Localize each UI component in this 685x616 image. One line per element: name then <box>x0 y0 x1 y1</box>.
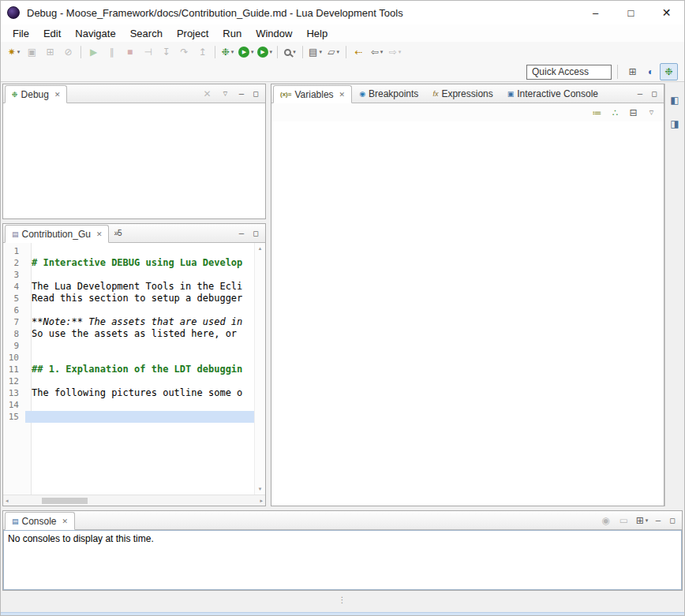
maximize-icon[interactable]: ◻ <box>249 225 263 242</box>
display-selected-console-icon[interactable]: ▭ <box>615 512 633 529</box>
tab-breakpoints[interactable]: ◉ Breakpoints <box>352 84 425 103</box>
lua-perspective-icon[interactable]: ◐ <box>642 63 660 80</box>
view-menu-icon[interactable]: ▽ <box>216 85 234 103</box>
show-logical-structures-icon[interactable]: ∴ <box>606 104 624 121</box>
step-into-icon[interactable]: ↧ <box>157 43 175 61</box>
debug-perspective-icon[interactable]: ❉ <box>660 63 678 80</box>
line-number[interactable]: 3 <box>3 270 25 280</box>
minimize-icon[interactable]: ─ <box>234 225 249 242</box>
scroll-right-icon[interactable]: ▸ <box>260 498 263 504</box>
maximize-icon[interactable]: ◻ <box>665 512 679 529</box>
menu-help[interactable]: Help <box>299 26 335 41</box>
code-text[interactable] <box>25 340 254 352</box>
tab-interactive-console[interactable]: ▣ Interactive Console <box>500 84 605 103</box>
step-return-icon[interactable]: ↥ <box>193 43 211 61</box>
tab-contribution-guide[interactable]: ▤ Contribution_Gu ✕ <box>5 225 109 243</box>
code-text[interactable] <box>25 375 254 387</box>
scrollbar-thumb[interactable] <box>42 498 88 504</box>
maximize-icon[interactable]: ◻ <box>647 85 661 103</box>
menu-edit[interactable]: Edit <box>36 26 68 41</box>
save-all-icon[interactable]: ⊞ <box>41 43 59 61</box>
code-text[interactable]: Read this section to setup a debugger <box>25 293 254 304</box>
last-edit-location-icon[interactable]: ⇠ <box>350 43 368 61</box>
scrollbar-track[interactable] <box>9 497 260 505</box>
menu-run[interactable]: Run <box>215 26 249 41</box>
menu-file[interactable]: File <box>6 26 36 41</box>
line-number[interactable]: 11 <box>3 364 25 375</box>
line-number[interactable]: 9 <box>3 341 25 351</box>
code-text[interactable]: **Note:** The assets that are used in <box>25 316 254 328</box>
open-console-dropdown-icon[interactable]: ⊞ <box>633 512 651 529</box>
line-number[interactable]: 7 <box>3 317 25 327</box>
line-number[interactable]: 13 <box>3 388 25 398</box>
close-icon[interactable]: ✕ <box>54 91 61 99</box>
debug-dropdown-icon[interactable]: ❉ <box>219 43 237 61</box>
code-text[interactable] <box>25 352 254 364</box>
close-icon[interactable]: ✕ <box>96 230 103 238</box>
save-icon[interactable]: ▣ <box>23 43 41 61</box>
skip-all-breakpoints-icon[interactable]: ⊘ <box>59 43 77 61</box>
tab-expressions[interactable]: fx Expressions <box>425 84 500 103</box>
tab-debug[interactable]: ❉ Debug ✕ <box>5 85 67 103</box>
tab-console[interactable]: ▤ Console ✕ <box>5 512 75 530</box>
line-number[interactable]: 6 <box>3 305 25 315</box>
line-number[interactable]: 15 <box>3 412 25 422</box>
run-dropdown-icon[interactable]: ▶ <box>237 43 256 61</box>
minimize-icon[interactable]: ─ <box>633 85 647 103</box>
code-text[interactable] <box>25 411 254 423</box>
hidden-editors-chevron[interactable]: »5 <box>109 229 125 237</box>
restore-view-icon[interactable]: ◧ <box>666 91 684 109</box>
code-text[interactable] <box>25 269 254 281</box>
menu-window[interactable]: Window <box>249 26 299 41</box>
show-type-names-icon[interactable]: ≔ <box>588 104 606 121</box>
open-element-dropdown-icon[interactable]: ▱ <box>324 43 342 61</box>
close-icon[interactable]: ✕ <box>339 91 346 99</box>
code-text[interactable] <box>25 399 254 411</box>
code-text[interactable]: So use the assets as listed here, or <box>25 328 254 340</box>
drag-handle[interactable]: ⋮ <box>339 595 347 604</box>
view-menu-icon[interactable]: ▽ <box>642 104 661 121</box>
line-number[interactable]: 12 <box>3 376 25 386</box>
window-minimize-button[interactable]: – <box>578 1 613 24</box>
window-maximize-button[interactable]: □ <box>613 1 649 24</box>
back-dropdown-icon[interactable]: ⇦ <box>368 43 386 61</box>
line-number[interactable]: 10 <box>3 353 25 363</box>
code-text[interactable]: ## 1. Explanation of the LDT debuggin <box>25 364 254 375</box>
suspend-icon[interactable]: ∥ <box>103 43 121 61</box>
disconnect-icon[interactable]: ⊣ <box>139 43 157 61</box>
tab-variables[interactable]: (x)= Variables ✕ <box>273 85 352 103</box>
horizontal-scrollbar[interactable]: ◂ ▸ <box>3 495 265 506</box>
editor-body[interactable]: 1 2 # Interactive DEBUG using Lua Develo… <box>3 243 265 506</box>
line-number[interactable]: 14 <box>3 400 25 410</box>
external-tools-dropdown-icon[interactable]: ▶ <box>256 43 275 61</box>
line-number[interactable]: 4 <box>3 282 25 292</box>
code-text[interactable]: The Lua Development Tools in the Ecli <box>25 281 254 293</box>
code-text[interactable] <box>25 245 254 257</box>
terminate-icon[interactable]: ■ <box>121 43 139 61</box>
minimize-icon[interactable]: ─ <box>234 85 249 103</box>
close-icon[interactable]: ✕ <box>62 517 69 525</box>
code-text[interactable] <box>25 304 254 316</box>
line-number[interactable]: 8 <box>3 329 25 339</box>
code-text[interactable]: # Interactive DEBUG using Lua Develop <box>25 257 254 269</box>
quick-access-input[interactable] <box>526 65 612 80</box>
maximize-icon[interactable]: ◻ <box>249 85 263 103</box>
search-dropdown-icon[interactable] <box>281 43 299 61</box>
window-close-button[interactable]: ✕ <box>649 1 684 24</box>
pin-console-icon[interactable]: ◉ <box>597 512 615 529</box>
line-number[interactable]: 2 <box>3 258 25 268</box>
menu-project[interactable]: Project <box>170 26 215 41</box>
scroll-down-icon[interactable]: ▾ <box>259 486 262 492</box>
new-file-dropdown-icon[interactable]: ▤ <box>306 43 324 61</box>
minimize-icon[interactable]: ─ <box>651 512 665 529</box>
open-perspective-icon[interactable]: ⊞ <box>623 63 642 80</box>
restore-view-icon[interactable]: ◨ <box>666 115 684 133</box>
line-number[interactable]: 1 <box>3 246 25 256</box>
vertical-scrollbar[interactable]: ▴ ▾ <box>254 243 265 495</box>
step-over-icon[interactable]: ↷ <box>175 43 193 61</box>
forward-dropdown-icon[interactable]: ⇨ <box>386 43 404 61</box>
menu-search[interactable]: Search <box>123 26 170 41</box>
scroll-up-icon[interactable]: ▴ <box>259 245 262 252</box>
collapse-all-icon[interactable]: ⊟ <box>624 104 642 121</box>
resume-icon[interactable]: ▶ <box>84 43 103 61</box>
